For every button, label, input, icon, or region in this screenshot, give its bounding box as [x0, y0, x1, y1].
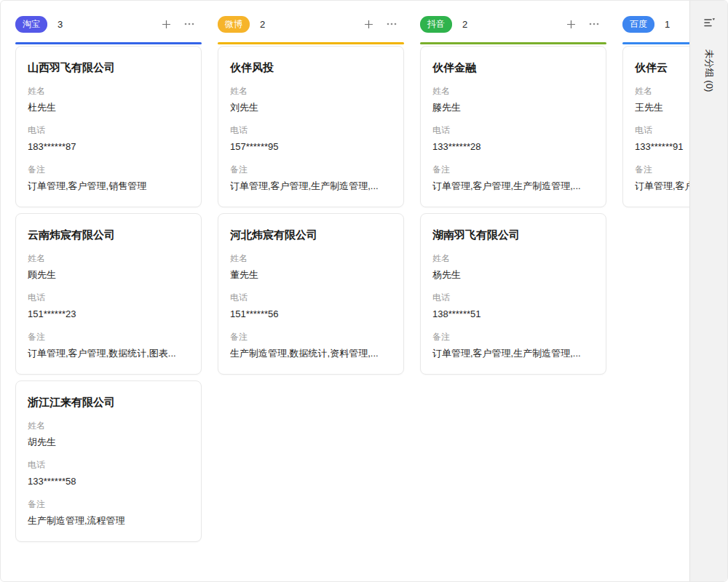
record-title: 山西羽飞有限公司 [28, 60, 189, 75]
group-count: 2 [260, 19, 265, 30]
field-label: 备注 [28, 164, 189, 176]
column-menu-icon[interactable] [385, 17, 398, 31]
field-value: 138******51 [432, 307, 594, 321]
field-value: 杜先生 [28, 100, 189, 114]
record-title: 伙伴金融 [432, 60, 594, 75]
field-value: 订单管理,客户管理,数据统计,图表... [28, 346, 189, 360]
add-card-icon[interactable] [564, 17, 577, 31]
record-title: 浙江江来有限公司 [28, 394, 189, 410]
record-card[interactable]: 湖南羽飞有限公司姓名杨先生电话138******51备注订单管理,客户管理,生产… [420, 213, 606, 375]
kanban-board: 淘宝3山西羽飞有限公司姓名杜先生电话183******87备注订单管理,客户管理… [1, 1, 727, 581]
field-value: 订单管理,客户管理,销售管理 [28, 179, 189, 193]
collapsed-group-label: 未分组 (0) [703, 49, 716, 92]
field-value: 滕先生 [432, 100, 594, 114]
field-value: 151******56 [230, 307, 392, 321]
field-label: 备注 [28, 331, 189, 343]
field-value: 133******28 [432, 140, 594, 154]
kanban-column: 淘宝3山西羽飞有限公司姓名杜先生电话183******87备注订单管理,客户管理… [15, 15, 202, 542]
field-value: 订单管理,客户管理,生产制造管理,... [230, 179, 392, 193]
field-label: 电话 [230, 292, 392, 304]
column-menu-icon[interactable] [587, 17, 601, 31]
column-header: 微博2 [218, 15, 404, 33]
group-badge: 淘宝 [15, 16, 47, 33]
card-list: 伙伴风投姓名刘先生电话157******95备注订单管理,客户管理,生产制造管理… [218, 44, 404, 375]
field-label: 姓名 [432, 252, 594, 265]
group-badge: 微博 [218, 16, 250, 33]
record-title: 河北炜宸有限公司 [230, 227, 392, 242]
field-label: 电话 [28, 124, 189, 137]
group-count: 3 [58, 19, 63, 30]
field-value: 订单管理,客户管理,生产制造管理,... [432, 346, 594, 360]
field-label: 姓名 [230, 252, 392, 265]
field-value: 刘先生 [230, 100, 392, 114]
group-count: 2 [462, 19, 467, 30]
field-value: 董先生 [230, 268, 392, 282]
field-label: 电话 [230, 124, 392, 137]
field-value: 151******23 [28, 307, 189, 321]
card-list: 山西羽飞有限公司姓名杜先生电话183******87备注订单管理,客户管理,销售… [15, 44, 202, 542]
field-value: 胡先生 [28, 435, 189, 449]
collapsed-group-panel[interactable]: 未分组 (0) [689, 1, 727, 581]
field-value: 顾先生 [28, 268, 189, 282]
record-title: 湖南羽飞有限公司 [432, 227, 594, 242]
record-card[interactable]: 云南炜宸有限公司姓名顾先生电话151******23备注订单管理,客户管理,数据… [15, 213, 202, 375]
column-header: 抖音2 [420, 15, 606, 33]
field-label: 电话 [432, 292, 594, 304]
group-badge: 抖音 [420, 16, 452, 33]
field-label: 姓名 [28, 252, 189, 265]
field-label: 备注 [28, 498, 189, 511]
field-value: 157******95 [230, 140, 392, 154]
field-value: 杨先生 [432, 268, 594, 282]
record-card[interactable]: 伙伴风投姓名刘先生电话157******95备注订单管理,客户管理,生产制造管理… [218, 46, 404, 207]
field-value: 订单管理,客户管理,生产制造管理,... [432, 179, 594, 193]
field-label: 备注 [230, 164, 392, 176]
group-badge: 百度 [622, 16, 654, 33]
record-title: 云南炜宸有限公司 [28, 227, 189, 242]
card-list: 伙伴金融姓名滕先生电话133******28备注订单管理,客户管理,生产制造管理… [420, 44, 606, 375]
field-value: 183******87 [28, 140, 189, 154]
record-card[interactable]: 河北炜宸有限公司姓名董先生电话151******56备注生产制造管理,数据统计,… [218, 213, 404, 375]
field-label: 电话 [432, 124, 594, 137]
field-label: 电话 [28, 459, 189, 471]
field-label: 姓名 [230, 85, 392, 97]
expand-panel-icon[interactable] [703, 16, 716, 29]
record-card[interactable]: 山西羽飞有限公司姓名杜先生电话183******87备注订单管理,客户管理,销售… [15, 46, 202, 207]
kanban-view: 淘宝3山西羽飞有限公司姓名杜先生电话183******87备注订单管理,客户管理… [0, 0, 728, 582]
record-title: 伙伴风投 [230, 60, 392, 75]
field-label: 备注 [432, 164, 594, 176]
group-count: 1 [665, 19, 670, 30]
record-card[interactable]: 浙江江来有限公司姓名胡先生电话133******58备注生产制造管理,流程管理 [15, 380, 202, 542]
record-card[interactable]: 伙伴金融姓名滕先生电话133******28备注订单管理,客户管理,生产制造管理… [420, 46, 606, 207]
field-value: 生产制造管理,数据统计,资料管理,... [230, 346, 392, 360]
field-label: 备注 [230, 331, 392, 343]
field-label: 姓名 [432, 85, 594, 97]
add-card-icon[interactable] [362, 17, 375, 31]
add-card-icon[interactable] [159, 17, 173, 31]
field-label: 备注 [432, 331, 594, 343]
field-value: 133******58 [28, 474, 189, 488]
column-header: 淘宝3 [15, 15, 202, 33]
kanban-column: 抖音2伙伴金融姓名滕先生电话133******28备注订单管理,客户管理,生产制… [420, 15, 606, 375]
field-value: 生产制造管理,流程管理 [28, 514, 189, 527]
field-label: 姓名 [28, 420, 189, 432]
kanban-column: 微博2伙伴风投姓名刘先生电话157******95备注订单管理,客户管理,生产制… [218, 15, 404, 375]
field-label: 电话 [28, 292, 189, 304]
column-menu-icon[interactable] [183, 17, 196, 31]
field-label: 姓名 [28, 85, 189, 97]
